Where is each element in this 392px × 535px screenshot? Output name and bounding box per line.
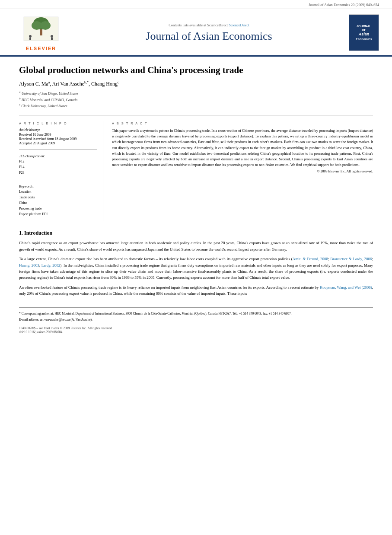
svg-rect-6 — [29, 38, 31, 40]
journal-citation: Journal of Asian Economics 20 (2009) 640… — [309, 3, 379, 7]
page-wrapper: Journal of Asian Economics 20 (2009) 640… — [0, 0, 392, 535]
affiliation-c: c Clark University, United States — [19, 102, 373, 109]
authors-line: Alyson C. Maa, Ari Van Asscheb,*, Chang … — [19, 80, 373, 87]
affiliation-a: a University of San Diego, United States — [19, 90, 373, 96]
jel-code-3: F23 — [19, 171, 24, 175]
keywords-label: Keywords: — [19, 185, 97, 188]
journal-cover-text: JOURNAL OF Asian Economics — [356, 24, 372, 41]
abstract-text: This paper unveils a systematic pattern … — [112, 128, 373, 168]
author-b-name: Ari Van Assche — [52, 81, 84, 87]
article-info-abstract-section: A R T I C L E I N F O Article history: R… — [19, 121, 373, 221]
introduction-section: 1. Introduction China's rapid emergence … — [19, 230, 373, 296]
journal-main-title: Journal of Asian Economics — [69, 30, 349, 43]
jel-label: JEL classification: — [19, 154, 97, 158]
ref-lardy[interactable]: Lardy, 2002 — [41, 263, 61, 268]
journal-header: ELSEVIER Contents lists available at Sci… — [0, 9, 392, 57]
keyword-5: Export platform FDI — [19, 212, 48, 216]
keyword-2: Trade costs — [19, 195, 35, 199]
received-revised-date: Received in revised form 18 August 2009 — [19, 137, 97, 141]
sciencedirect-link[interactable]: ScienceDirect — [229, 23, 249, 27]
jel-block: JEL classification: F12 F14 F23 — [19, 154, 97, 175]
article-history-block: Article history: Received 16 June 2009 R… — [19, 128, 97, 145]
footer-section: * Corresponding author at: HEC Montréal,… — [19, 307, 373, 334]
elsevier-tree-icon — [22, 15, 61, 45]
ref-huang[interactable]: Huang, 2003 — [19, 263, 39, 268]
contents-available-line: Contents lists available at ScienceDirec… — [69, 23, 349, 27]
author-b-sup: b,* — [84, 80, 89, 84]
svg-point-3 — [40, 21, 51, 30]
elsevier-brand-text: ELSEVIER — [26, 46, 56, 51]
ref-branstetter-lardy[interactable]: Branstetter & Lardy, 2006 — [330, 257, 372, 261]
info-divider-1 — [19, 150, 97, 150]
affiliation-b: b HEC Montréal and CIRANO, Canada — [19, 96, 373, 103]
abstract-column: A B S T R A C T This paper unveils a sys… — [112, 121, 373, 221]
doi-line: doi:10.1016/j.asieco.2009.08.004 — [19, 330, 373, 334]
article-info-heading: A R T I C L E I N F O — [19, 121, 97, 125]
email-note: E-mail address: ari.van-assche@hec.ca (A… — [19, 317, 373, 322]
author-a-sup: a — [48, 80, 50, 84]
intro-paragraph-1: China's rapid emergence as an export pow… — [19, 240, 373, 252]
history-label: Article history: — [19, 128, 97, 132]
author-a-name: Alyson C. Ma — [19, 81, 48, 87]
top-citation-bar: Journal of Asian Economics 20 (2009) 640… — [0, 0, 392, 9]
affiliations-block: a University of San Diego, United States… — [19, 90, 373, 109]
abstract-heading: A B S T R A C T — [112, 121, 373, 125]
intro-paragraph-3: An often overlooked feature of China's p… — [19, 284, 373, 297]
info-divider-2 — [19, 180, 97, 180]
article-title: Global production networks and China's p… — [19, 64, 373, 76]
jel-code-2: F14 — [19, 165, 24, 169]
copyright-notice: © 2009 Elsevier Inc. All rights reserved… — [112, 169, 373, 173]
keyword-3: China — [19, 201, 27, 205]
svg-point-5 — [29, 35, 32, 38]
footer-bottom-info: 1049-0078/$ – see front matter © 2009 El… — [19, 326, 373, 334]
introduction-heading: 1. Introduction — [19, 230, 373, 236]
journal-cover-thumbnail: JOURNAL OF Asian Economics — [349, 14, 379, 51]
article-info-column: A R T I C L E I N F O Article history: R… — [19, 121, 103, 221]
svg-rect-8 — [51, 38, 53, 40]
intro-paragraph-2: To a large extent, China's dramatic expo… — [19, 256, 373, 281]
author-c-name: Chang Hong — [91, 81, 118, 87]
elsevier-logo-area: ELSEVIER — [13, 15, 69, 51]
issn-line: 1049-0078/$ – see front matter © 2009 El… — [19, 326, 373, 330]
jel-code-1: F12 — [19, 159, 24, 163]
section-divider — [19, 115, 373, 115]
keyword-1: Location — [19, 190, 31, 194]
keyword-4: Processing trade — [19, 207, 42, 210]
keywords-list: Location Trade costs China Processing tr… — [19, 189, 97, 217]
keywords-block: Keywords: Location Trade costs China Pro… — [19, 185, 97, 217]
main-content-area: Global production networks and China's p… — [0, 57, 392, 343]
ref-koopman[interactable]: Koopman, Wang, and Wei (2008) — [320, 285, 372, 290]
journal-title-area: Contents lists available at ScienceDirec… — [69, 23, 349, 43]
svg-point-7 — [51, 35, 53, 38]
svg-rect-4 — [40, 29, 42, 35]
author-c-sup: c — [118, 80, 119, 84]
jel-codes: F12 F14 F23 — [19, 159, 97, 175]
accepted-date: Accepted 20 August 2009 — [19, 141, 97, 145]
corresponding-author-note: * Corresponding author at: HEC Montréal,… — [19, 311, 373, 316]
received-date: Received 16 June 2009 — [19, 133, 97, 137]
ref-amiti-freund[interactable]: Amiti & Freund, 2008 — [293, 257, 328, 261]
